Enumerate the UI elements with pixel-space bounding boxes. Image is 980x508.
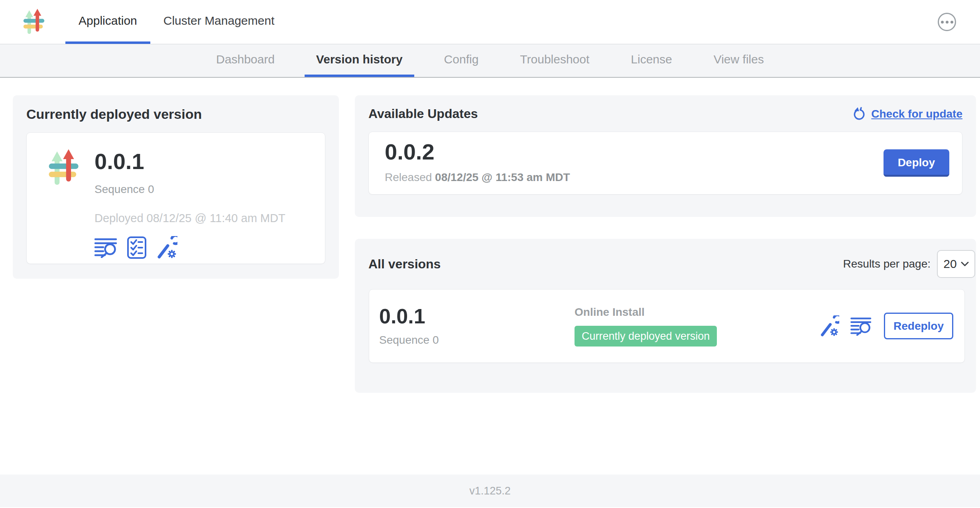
config-wrench-icon[interactable] — [819, 315, 839, 337]
app-logo-icon — [47, 149, 81, 187]
deployed-sequence: Sequence 0 — [94, 183, 285, 196]
app-subnav: Dashboard Version history Config Trouble… — [0, 44, 980, 78]
update-released: Released 08/12/25 @ 11:53 am MDT — [385, 171, 946, 184]
results-per-page-label: Results per page: — [843, 258, 931, 270]
app-header: Application Cluster Management — [0, 0, 980, 44]
chevron-down-icon — [961, 262, 969, 266]
results-per-page-select[interactable]: 20 — [937, 250, 975, 278]
deployed-version-info: 0.0.1 Sequence 0 Deployed 08/12/25 @ 11:… — [94, 142, 285, 255]
preflight-checks-icon[interactable] — [127, 236, 146, 259]
tab-view-files[interactable]: View files — [702, 44, 775, 77]
refresh-icon — [852, 107, 866, 121]
check-for-update-link[interactable]: Check for update — [852, 107, 962, 121]
version-row-info: 0.0.1 Sequence 0 — [379, 306, 575, 347]
version-history-page: Currently deployed version 0.0.1 Sequenc… — [0, 78, 980, 475]
ellipsis-dot — [946, 21, 949, 24]
currently-deployed-badge: Currently deployed version — [575, 326, 717, 347]
tab-version-history[interactable]: Version history — [305, 44, 414, 77]
ellipsis-dot — [950, 21, 953, 24]
tab-dashboard[interactable]: Dashboard — [205, 44, 286, 77]
deployed-timestamp: Deployed 08/12/25 @ 11:40 am MDT — [94, 212, 285, 225]
app-footer: v1.125.2 — [0, 475, 980, 507]
deployed-version-number: 0.0.1 — [94, 150, 285, 173]
deployed-card-title: Currently deployed version — [26, 106, 325, 122]
all-versions-card: All versions Results per page: 20 0.0.1 … — [355, 239, 976, 393]
deployed-actions — [94, 236, 285, 259]
console-version: v1.125.2 — [469, 485, 511, 497]
app-logo — [22, 8, 46, 35]
redeploy-button[interactable]: Redeploy — [884, 313, 953, 339]
update-version-number: 0.0.2 — [385, 141, 946, 163]
tab-cluster-management[interactable]: Cluster Management — [150, 0, 287, 44]
available-updates-card: Available Updates Check for update 0.0.2… — [355, 95, 976, 217]
version-row-status: Online Install Currently deployed versio… — [575, 306, 819, 347]
tab-license[interactable]: License — [619, 44, 683, 77]
tab-config[interactable]: Config — [433, 44, 490, 77]
ellipsis-dot — [941, 21, 944, 24]
tab-application[interactable]: Application — [65, 0, 150, 44]
version-row: 0.0.1 Sequence 0 Online Install Currentl… — [369, 289, 965, 363]
results-per-page: Results per page: 20 — [843, 250, 975, 278]
config-wrench-icon[interactable] — [155, 236, 177, 259]
tab-troubleshoot[interactable]: Troubleshoot — [508, 44, 601, 77]
all-versions-title: All versions — [368, 257, 441, 272]
header-tabs: Application Cluster Management — [65, 0, 287, 44]
deploy-button[interactable]: Deploy — [884, 150, 949, 177]
install-type-label: Online Install — [575, 306, 819, 319]
row-version-number: 0.0.1 — [379, 306, 575, 327]
app-logo — [47, 149, 81, 187]
updates-card-title: Available Updates — [368, 106, 478, 121]
deployed-version-panel: 0.0.1 Sequence 0 Deployed 08/12/25 @ 11:… — [26, 132, 325, 264]
update-row: 0.0.2 Released 08/12/25 @ 11:53 am MDT D… — [368, 132, 962, 195]
ellipsis-menu-button[interactable] — [938, 13, 956, 31]
app-logo-icon — [22, 8, 46, 35]
view-logs-icon[interactable] — [850, 317, 873, 336]
row-sequence: Sequence 0 — [379, 334, 575, 347]
version-row-actions: Redeploy — [819, 313, 953, 339]
currently-deployed-card: Currently deployed version 0.0.1 Sequenc… — [13, 95, 339, 279]
view-logs-icon[interactable] — [94, 237, 118, 258]
